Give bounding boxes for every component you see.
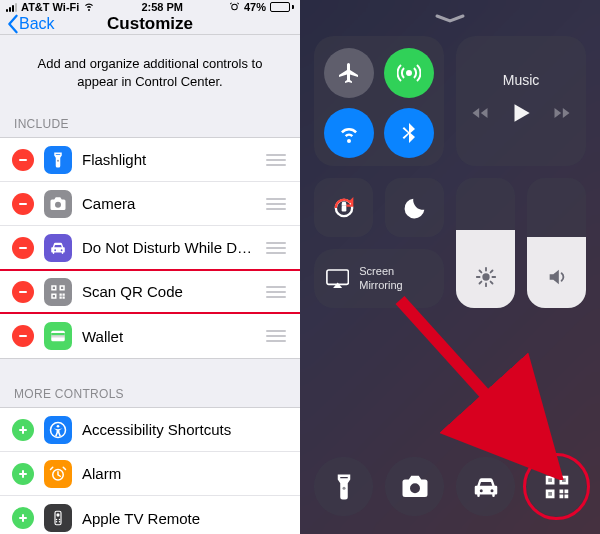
car-icon <box>44 234 72 262</box>
svg-point-39 <box>342 486 345 489</box>
drag-handle[interactable] <box>266 286 288 298</box>
status-bar: AT&T Wi-Fi 2:58 PM 47% <box>0 0 300 14</box>
list-item: Alarm <box>0 452 300 496</box>
add-button[interactable] <box>12 419 34 441</box>
add-button[interactable] <box>12 463 34 485</box>
remove-button[interactable] <box>12 193 34 215</box>
cellular-toggle[interactable] <box>384 48 434 98</box>
svg-rect-0 <box>19 159 27 161</box>
list-item: Wallet <box>0 314 300 358</box>
wallet-icon <box>44 322 72 350</box>
qr-icon <box>44 278 72 306</box>
description-text: Add and organize additional controls to … <box>0 35 300 111</box>
cc-flashlight-button[interactable] <box>314 457 373 516</box>
screen-mirroring-label: Screen Mirroring <box>359 265 432 291</box>
battery-icon <box>270 2 294 12</box>
svg-rect-3 <box>19 247 27 249</box>
back-label: Back <box>19 15 55 33</box>
settings-screen: AT&T Wi-Fi 2:58 PM 47% Back Customize Ad… <box>0 0 300 534</box>
svg-rect-6 <box>53 287 55 289</box>
item-label: Apple TV Remote <box>82 510 288 527</box>
remove-button[interactable] <box>12 149 34 171</box>
more-list: Accessibility ShortcutsAlarmApple TV Rem… <box>0 407 300 534</box>
screen-mirroring-button[interactable]: Screen Mirroring <box>314 249 444 308</box>
cc-camera-button[interactable] <box>385 457 444 516</box>
section-header-include: INCLUDE <box>0 111 300 137</box>
next-track-icon[interactable] <box>552 103 572 127</box>
wifi-toggle[interactable] <box>324 108 374 158</box>
item-label: Do Not Disturb While Driving <box>82 239 256 256</box>
volume-icon <box>546 266 568 292</box>
svg-point-29 <box>56 514 59 517</box>
wifi-icon <box>83 0 95 14</box>
signal-icon <box>6 3 17 12</box>
svg-rect-4 <box>19 291 27 293</box>
list-item: Camera <box>0 182 300 226</box>
list-item: Accessibility Shortcuts <box>0 408 300 452</box>
item-label: Accessibility Shortcuts <box>82 421 288 438</box>
svg-rect-2 <box>19 203 27 205</box>
airplane-toggle[interactable] <box>324 48 374 98</box>
drag-handle[interactable] <box>266 198 288 210</box>
item-label: Scan QR Code <box>82 283 256 300</box>
cc-qr-button[interactable] <box>527 457 586 516</box>
svg-rect-11 <box>60 293 62 295</box>
svg-rect-15 <box>19 335 27 337</box>
cc-car-button[interactable] <box>456 457 515 516</box>
music-title: Music <box>503 72 540 88</box>
svg-rect-24 <box>19 473 27 475</box>
flashlight-icon <box>44 146 72 174</box>
dnd-button[interactable] <box>385 178 444 237</box>
svg-rect-28 <box>55 512 61 526</box>
prev-track-icon[interactable] <box>470 103 490 127</box>
rotation-lock-button[interactable] <box>314 178 373 237</box>
svg-rect-8 <box>61 287 63 289</box>
drag-handle[interactable] <box>266 242 288 254</box>
brightness-slider[interactable] <box>456 178 515 308</box>
alarm-icon <box>44 460 72 488</box>
svg-point-34 <box>407 71 411 75</box>
list-item: Apple TV Remote <box>0 496 300 534</box>
item-label: Wallet <box>82 328 256 345</box>
drag-handle[interactable] <box>266 154 288 166</box>
svg-rect-20 <box>19 429 27 431</box>
item-label: Alarm <box>82 465 288 482</box>
play-icon[interactable] <box>508 100 534 130</box>
remove-button[interactable] <box>12 281 34 303</box>
page-title: Customize <box>107 14 193 34</box>
svg-rect-27 <box>19 517 27 519</box>
nav-bar: Back Customize <box>0 14 300 35</box>
item-label: Camera <box>82 195 256 212</box>
svg-point-38 <box>482 273 489 280</box>
list-item: Scan QR Code <box>0 270 300 314</box>
alarm-icon <box>229 1 240 14</box>
svg-rect-17 <box>51 333 65 335</box>
item-label: Flashlight <box>82 151 256 168</box>
bluetooth-toggle[interactable] <box>384 108 434 158</box>
music-panel[interactable]: Music <box>456 36 586 166</box>
svg-point-30 <box>56 519 58 521</box>
annotation-circle <box>523 453 590 520</box>
accessibility-icon <box>44 416 72 444</box>
remove-button[interactable] <box>12 237 34 259</box>
back-button[interactable]: Back <box>6 14 55 34</box>
volume-slider[interactable] <box>527 178 586 308</box>
section-header-more: MORE CONTROLS <box>0 381 300 407</box>
svg-rect-37 <box>327 270 348 284</box>
svg-rect-13 <box>60 296 62 298</box>
add-button[interactable] <box>12 507 34 529</box>
carrier-label: AT&T Wi-Fi <box>21 1 79 13</box>
svg-rect-36 <box>341 205 346 211</box>
clock-label: 2:58 PM <box>141 1 183 13</box>
svg-rect-14 <box>63 296 65 298</box>
remove-button[interactable] <box>12 325 34 347</box>
camera-icon <box>44 190 72 218</box>
brightness-icon <box>475 266 497 292</box>
svg-rect-12 <box>63 293 65 295</box>
connectivity-panel[interactable] <box>314 36 444 166</box>
remote-icon <box>44 504 72 532</box>
control-center: Music Screen Mirroring <box>300 0 600 534</box>
drag-handle[interactable] <box>266 330 288 342</box>
svg-point-22 <box>57 425 60 428</box>
svg-point-1 <box>57 160 59 162</box>
